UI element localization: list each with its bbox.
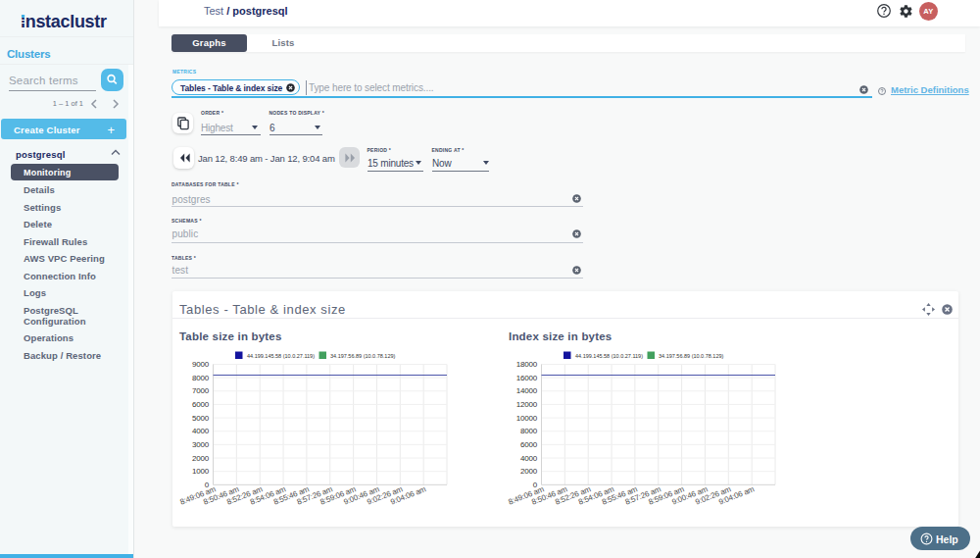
svg-text:6000: 6000 — [520, 440, 538, 449]
svg-text:2000: 2000 — [520, 467, 538, 476]
svg-text:34.197.56.89 (10.0.78.129): 34.197.56.89 (10.0.78.129) — [330, 353, 396, 359]
svg-text:12000: 12000 — [516, 400, 538, 409]
svg-text:1000: 1000 — [192, 467, 210, 476]
svg-text:8000: 8000 — [520, 427, 538, 435]
svg-text:9000: 9000 — [192, 360, 210, 369]
svg-text:4000: 4000 — [520, 454, 538, 463]
svg-text:44.199.145.58 (10.0.27.119): 44.199.145.58 (10.0.27.119) — [575, 353, 643, 359]
svg-text:8000: 8000 — [192, 374, 210, 382]
svg-text:7000: 7000 — [192, 386, 210, 395]
svg-text:2000: 2000 — [192, 454, 210, 463]
svg-text:10000: 10000 — [516, 414, 538, 423]
svg-text:18000: 18000 — [516, 360, 538, 369]
svg-text:44.199.145.58 (10.0.27.119): 44.199.145.58 (10.0.27.119) — [247, 353, 315, 359]
svg-text:6000: 6000 — [192, 400, 210, 409]
svg-text:4000: 4000 — [192, 427, 210, 435]
svg-text:14000: 14000 — [516, 386, 538, 395]
svg-text:16000: 16000 — [516, 374, 538, 382]
svg-text:34.197.56.89 (10.0.78.129): 34.197.56.89 (10.0.78.129) — [659, 353, 724, 359]
svg-text:5000: 5000 — [192, 414, 210, 423]
svg-text:3000: 3000 — [192, 440, 210, 449]
